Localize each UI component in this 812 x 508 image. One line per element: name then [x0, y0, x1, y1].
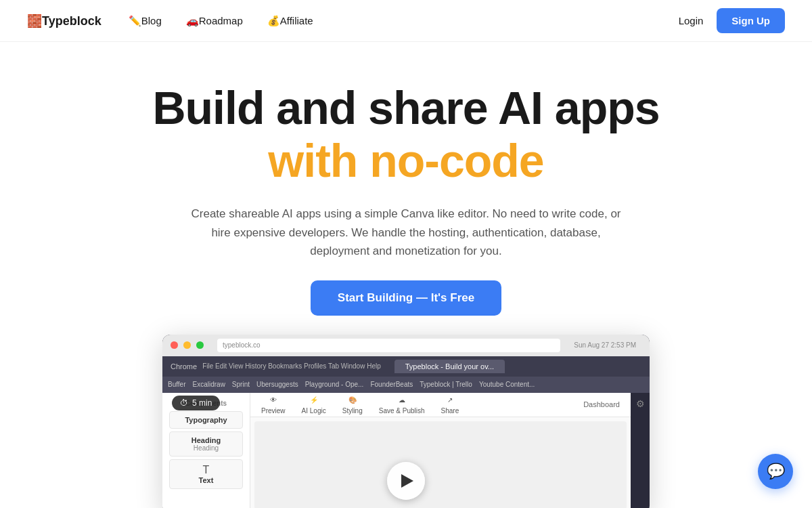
browser-bar: typeblock.co Sun Aug 27 2:53 PM	[162, 335, 650, 356]
share-icon: ↗	[445, 395, 455, 406]
toolbar-share[interactable]: ↗ Share	[441, 395, 459, 415]
toolbar-save-label: Save & Publish	[379, 407, 425, 415]
toolbar-share-label: Share	[441, 407, 459, 415]
toolbar-styling-label: Styling	[342, 407, 363, 415]
toolbar-ailogic-label: AI Logic	[302, 407, 326, 415]
play-button[interactable]	[387, 462, 425, 500]
bookmark-playground[interactable]: Playground - Ope...	[305, 381, 364, 388]
signup-button[interactable]: Sign Up	[717, 8, 785, 33]
bookmark-sprint[interactable]: Sprint	[232, 381, 250, 388]
browser-app-label: Chrome	[171, 362, 197, 371]
bookmark-youtube[interactable]: Youtube Content...	[479, 381, 535, 388]
nav-links: ✏️Blog 🚗Roadmap 💰Affiliate	[129, 15, 679, 27]
browser-title-bar: Chrome File Edit View History Bookmarks …	[162, 356, 650, 377]
login-link[interactable]: Login	[679, 15, 704, 26]
video-preview: typeblock.co Sun Aug 27 2:53 PM Chrome F…	[162, 335, 650, 508]
bookmark-ubersuggests[interactable]: Ubersuggests	[256, 381, 298, 388]
browser-dot-red	[171, 341, 178, 349]
hero-title: Build and share AI apps with no-code	[152, 83, 659, 188]
nav-affiliate[interactable]: 💰Affiliate	[267, 15, 313, 27]
browser-dot-green	[196, 341, 204, 349]
sidebar-text-label: Text	[175, 476, 237, 484]
sidebar-typography-label: Typography	[175, 416, 237, 424]
time-badge: ⏱ 5 min	[172, 396, 220, 410]
toolbar-preview-label: Preview	[261, 407, 286, 415]
logo[interactable]: 🧱Typeblock	[27, 14, 102, 28]
toolbar-styling[interactable]: 🎨 Styling	[342, 395, 363, 415]
hero-title-line1: Build and share AI apps	[152, 83, 659, 133]
browser-tab[interactable]: Typeblock - Build your ov...	[394, 360, 505, 373]
nav-blog[interactable]: ✏️Blog	[129, 15, 162, 27]
browser-url-bar[interactable]: typeblock.co	[217, 339, 560, 352]
right-sidebar: ⚙	[631, 393, 650, 508]
preview-icon: 👁	[268, 395, 279, 406]
browser-bookmarks: Buffer Excalidraw Sprint Ubersuggests Pl…	[162, 377, 650, 393]
app-toolbar: 👁 Preview ⚡ AI Logic 🎨 Styling ☁ Save & …	[250, 393, 631, 417]
hero-subtitle: Create shareable AI apps using a simple …	[189, 205, 623, 260]
navigation: 🧱Typeblock ✏️Blog 🚗Roadmap 💰Affiliate Lo…	[0, 0, 812, 42]
toolbar-save-publish[interactable]: ☁ Save & Publish	[379, 395, 425, 415]
chat-bubble[interactable]: 💬	[758, 454, 793, 489]
bookmark-founderbeats[interactable]: FounderBeats	[370, 381, 413, 388]
hero-cta-button[interactable]: Start Building — It's Free	[311, 280, 501, 316]
nav-right: Login Sign Up	[679, 8, 785, 33]
bookmark-trello[interactable]: Typeblock | Trello	[420, 381, 472, 388]
browser-dot-yellow	[183, 341, 191, 349]
app-canvas	[254, 421, 627, 508]
hero-title-line2: with no-code	[152, 133, 659, 189]
bookmark-buffer[interactable]: Buffer	[168, 381, 186, 388]
sidebar-text[interactable]: T Text	[169, 459, 243, 489]
ailogic-icon: ⚡	[309, 395, 319, 406]
toolbar-ailogic[interactable]: ⚡ AI Logic	[302, 395, 326, 415]
sidebar-heading-label: Heading	[175, 436, 237, 444]
chat-icon: 💬	[767, 463, 785, 480]
app-main: 👁 Preview ⚡ AI Logic 🎨 Styling ☁ Save & …	[250, 393, 631, 508]
text-icon: T	[175, 464, 237, 476]
bookmark-excalidraw[interactable]: Excalidraw	[193, 381, 225, 388]
hero-section: Build and share AI apps with no-code Cre…	[0, 42, 812, 508]
duration-label: 5 min	[192, 398, 212, 408]
sidebar-heading-sub: Heading	[175, 444, 237, 452]
clock-icon: ⏱	[180, 398, 188, 408]
settings-icon[interactable]: ⚙	[636, 398, 645, 409]
styling-icon: 🎨	[347, 395, 358, 406]
toolbar-preview[interactable]: 👁 Preview	[261, 395, 286, 415]
play-triangle-icon	[401, 474, 413, 488]
save-icon: ☁	[397, 395, 407, 406]
sidebar-typography[interactable]: Typography	[169, 411, 243, 429]
nav-roadmap[interactable]: 🚗Roadmap	[186, 15, 243, 27]
sidebar-heading[interactable]: Heading Heading	[169, 431, 243, 457]
dashboard-label[interactable]: Dashboard	[583, 400, 620, 408]
